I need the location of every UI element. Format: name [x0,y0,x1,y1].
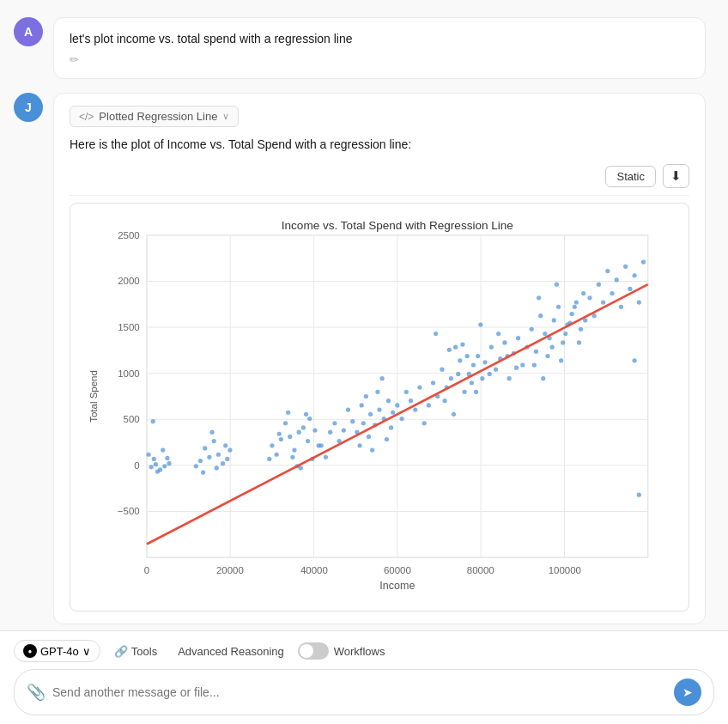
svg-text:80000: 80000 [467,565,494,575]
svg-point-73 [267,457,271,461]
svg-point-56 [279,437,283,441]
svg-point-76 [350,419,355,423]
svg-point-154 [555,283,559,287]
svg-point-161 [597,283,601,287]
svg-text:Income: Income [379,580,415,592]
svg-point-111 [453,345,458,350]
svg-point-173 [541,376,545,380]
svg-point-87 [357,443,361,447]
svg-point-157 [581,291,585,295]
svg-point-98 [399,417,403,421]
svg-point-97 [404,390,409,394]
svg-point-169 [632,273,636,277]
svg-point-49 [225,457,229,461]
svg-point-102 [422,421,427,425]
svg-point-164 [610,291,614,295]
user-message-row: A let's plot income vs. total spend with… [14,17,714,79]
svg-point-130 [442,399,446,403]
svg-point-79 [377,408,381,412]
svg-point-42 [151,419,155,423]
svg-point-133 [470,380,474,385]
message-input[interactable] [52,685,667,699]
svg-point-142 [556,305,561,309]
download-button[interactable]: ⬇ [663,164,689,188]
response-text: Here is the plot of Income vs. Total Spe… [70,136,689,154]
svg-point-94 [380,376,385,380]
svg-point-61 [283,421,288,425]
svg-point-44 [207,455,211,459]
svg-point-67 [286,411,290,415]
svg-point-128 [520,362,525,367]
svg-point-55 [228,447,232,452]
send-button[interactable]: ➤ [674,678,701,706]
toggle-knob [300,644,313,658]
svg-point-50 [194,464,198,468]
svg-point-40 [161,447,165,452]
svg-point-82 [364,394,368,399]
attach-button[interactable]: 📎 [27,683,46,702]
svg-point-104 [440,368,444,372]
svg-point-85 [391,411,395,415]
svg-point-131 [452,412,456,417]
svg-point-64 [301,425,306,429]
svg-point-48 [203,446,207,450]
code-tag-button[interactable]: </> Plotted Regression Line ∨ [70,106,239,127]
svg-point-57 [288,435,292,439]
advanced-reasoning-button[interactable]: Advanced Reasoning [171,642,291,661]
svg-point-71 [312,428,317,432]
model-chevron-icon: ∨ [82,645,91,658]
workflows-label: Workflows [334,645,385,658]
svg-point-150 [579,327,583,332]
svg-point-122 [494,368,498,372]
svg-point-170 [637,300,641,304]
svg-point-33 [154,462,158,466]
svg-point-96 [395,403,399,407]
svg-point-180 [319,443,324,447]
svg-text:0: 0 [144,565,149,575]
svg-point-136 [496,332,500,336]
svg-point-60 [270,443,274,447]
svg-point-59 [306,439,310,443]
svg-point-113 [471,362,476,367]
svg-point-68 [277,432,282,436]
svg-point-86 [342,428,346,432]
svg-text:2500: 2500 [118,230,139,240]
svg-point-43 [198,459,203,463]
svg-point-103 [431,380,435,385]
edit-icon[interactable]: ✏ [70,53,689,66]
svg-text:Income vs. Total Spend with Re: Income vs. Total Spend with Regression L… [282,219,513,232]
svg-point-153 [545,354,549,358]
svg-point-39 [146,453,150,457]
svg-point-177 [577,340,581,344]
svg-point-147 [552,318,556,322]
svg-point-88 [367,435,371,439]
message-input-row: 📎 ➤ [14,669,714,715]
svg-point-45 [216,453,221,457]
svg-text:Total Spend: Total Spend [88,370,99,423]
svg-point-174 [550,345,555,350]
svg-point-117 [456,372,460,376]
user-message-text: let's plot income vs. total spend with a… [70,30,689,48]
svg-text:60000: 60000 [384,565,411,575]
svg-point-52 [209,430,214,435]
svg-point-127 [516,336,520,340]
model-selector[interactable]: ● GPT-4o ∨ [14,640,100,662]
static-button[interactable]: Static [605,166,656,187]
svg-point-38 [152,457,156,461]
workflows-toggle[interactable] [298,642,329,660]
svg-point-139 [530,327,534,332]
svg-point-35 [162,464,167,468]
svg-text:1500: 1500 [118,322,139,332]
svg-point-163 [605,269,610,273]
svg-point-172 [532,362,537,367]
svg-point-165 [615,277,619,282]
svg-point-162 [601,300,605,304]
tools-button[interactable]: 🔗 Tools [107,642,164,661]
svg-point-166 [619,305,623,309]
svg-point-89 [375,390,379,394]
svg-point-184 [637,493,641,497]
svg-point-129 [434,332,438,336]
svg-point-75 [290,455,294,459]
bottom-bar: ● GPT-4o ∨ 🔗 Tools Advanced Reasoning Wo… [0,630,728,724]
svg-point-146 [543,332,547,336]
